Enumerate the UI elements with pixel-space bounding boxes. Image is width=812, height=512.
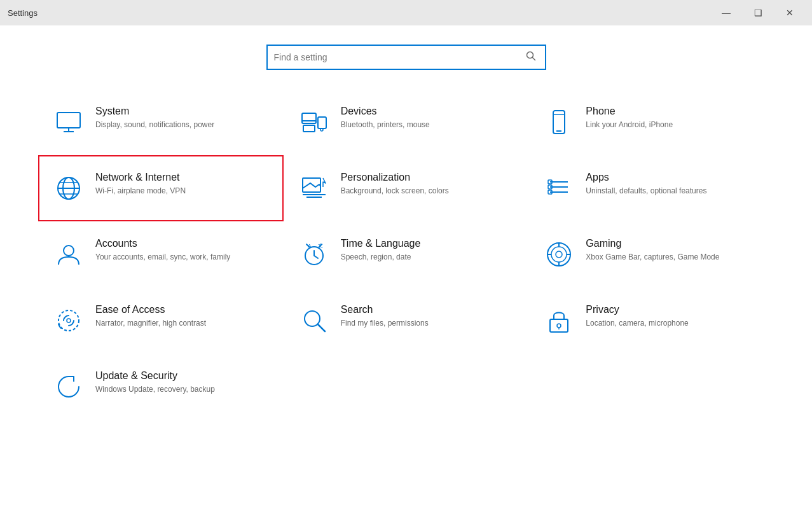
setting-desc-system: Display, sound, notifications, power bbox=[95, 120, 214, 130]
svg-point-41 bbox=[557, 324, 561, 328]
minimize-button[interactable]: — bbox=[712, 3, 741, 23]
setting-desc-personalization: Background, lock screen, colors bbox=[341, 186, 449, 197]
setting-item-search[interactable]: SearchFind my files, permissions bbox=[284, 287, 529, 354]
svg-line-39 bbox=[318, 324, 325, 331]
svg-point-27 bbox=[64, 246, 74, 256]
settings-window: Settings — ❑ ✕ SystemDisplay, sound, n bbox=[0, 0, 812, 512]
setting-item-phone[interactable]: PhoneLink your Android, iPhone bbox=[528, 89, 774, 155]
setting-title-ease: Ease of Access bbox=[95, 304, 206, 315]
search-icon bbox=[298, 304, 331, 337]
svg-line-1 bbox=[532, 58, 535, 60]
setting-desc-gaming: Xbox Game Bar, captures, Game Mode bbox=[586, 252, 719, 263]
setting-title-time: Time & Language bbox=[341, 238, 421, 249]
setting-title-personalization: Personalization bbox=[341, 172, 449, 183]
close-button[interactable]: ✕ bbox=[775, 3, 804, 23]
search-icon bbox=[526, 51, 536, 61]
setting-title-privacy: Privacy bbox=[586, 304, 688, 315]
personalization-icon bbox=[298, 172, 331, 205]
maximize-button[interactable]: ❑ bbox=[743, 3, 773, 23]
setting-title-devices: Devices bbox=[341, 106, 430, 117]
setting-desc-devices: Bluetooth, printers, mouse bbox=[341, 120, 430, 130]
svg-point-37 bbox=[67, 319, 71, 322]
network-icon bbox=[52, 172, 85, 205]
setting-item-accounts[interactable]: AccountsYour accounts, email, sync, work… bbox=[38, 221, 284, 287]
svg-rect-6 bbox=[318, 117, 326, 128]
gaming-icon bbox=[542, 238, 575, 271]
svg-rect-8 bbox=[303, 125, 315, 132]
setting-desc-phone: Link your Android, iPhone bbox=[586, 120, 673, 130]
setting-title-apps: Apps bbox=[586, 172, 706, 183]
setting-desc-time: Speech, region, date bbox=[341, 252, 421, 263]
search-container bbox=[38, 25, 774, 83]
title-bar: Settings — ❑ ✕ bbox=[0, 0, 812, 25]
system-icon bbox=[52, 106, 85, 139]
setting-title-search: Search bbox=[341, 304, 429, 315]
apps-icon bbox=[542, 172, 575, 205]
setting-title-phone: Phone bbox=[586, 106, 673, 117]
setting-desc-privacy: Location, camera, microphone bbox=[586, 318, 688, 329]
setting-item-ease[interactable]: Ease of AccessNarrator, magnifier, high … bbox=[38, 287, 284, 354]
update-icon bbox=[52, 370, 85, 403]
accounts-icon bbox=[52, 238, 85, 271]
setting-item-time[interactable]: A 文 Time & LanguageSpeech, region, date bbox=[284, 221, 529, 287]
search-icon-button[interactable] bbox=[523, 51, 539, 64]
setting-title-gaming: Gaming bbox=[586, 238, 719, 249]
svg-rect-5 bbox=[302, 113, 316, 123]
setting-item-system[interactable]: SystemDisplay, sound, notifications, pow… bbox=[38, 89, 284, 155]
setting-desc-search: Find my files, permissions bbox=[341, 318, 429, 329]
setting-item-privacy[interactable]: PrivacyLocation, camera, microphone bbox=[528, 287, 774, 354]
settings-grid: SystemDisplay, sound, notifications, pow… bbox=[38, 89, 774, 420]
setting-desc-accounts: Your accounts, email, sync, work, family bbox=[95, 252, 230, 263]
setting-desc-update: Windows Update, recovery, backup bbox=[95, 384, 215, 395]
setting-item-gaming[interactable]: GamingXbox Game Bar, captures, Game Mode bbox=[528, 221, 774, 287]
svg-line-30 bbox=[314, 256, 318, 258]
setting-item-network[interactable]: Network & InternetWi-Fi, airplane mode, … bbox=[38, 155, 284, 221]
setting-title-update: Update & Security bbox=[95, 370, 215, 382]
setting-title-network: Network & Internet bbox=[95, 172, 186, 183]
setting-item-apps[interactable]: AppsUninstall, defaults, optional featur… bbox=[528, 155, 774, 221]
svg-point-35 bbox=[556, 251, 562, 258]
setting-title-accounts: Accounts bbox=[95, 238, 230, 249]
setting-item-update[interactable]: Update & SecurityWindows Update, recover… bbox=[38, 354, 284, 420]
setting-desc-ease: Narrator, magnifier, high contrast bbox=[95, 318, 206, 329]
window-controls: — ❑ ✕ bbox=[712, 3, 804, 23]
setting-item-devices[interactable]: DevicesBluetooth, printers, mouse bbox=[284, 89, 529, 155]
svg-point-34 bbox=[551, 247, 567, 262]
svg-rect-2 bbox=[57, 113, 80, 128]
setting-desc-apps: Uninstall, defaults, optional features bbox=[586, 186, 706, 197]
svg-text:A: A bbox=[308, 243, 312, 249]
setting-title-system: System bbox=[95, 106, 214, 117]
setting-item-personalization[interactable]: PersonalizationBackground, lock screen, … bbox=[284, 155, 529, 221]
svg-point-36 bbox=[58, 310, 79, 331]
privacy-icon bbox=[542, 304, 575, 337]
ease-icon bbox=[52, 304, 85, 337]
search-bar[interactable] bbox=[266, 45, 546, 70]
window-title: Settings bbox=[8, 8, 38, 18]
time-icon: A 文 bbox=[298, 238, 331, 271]
search-input[interactable] bbox=[274, 52, 523, 62]
svg-rect-40 bbox=[550, 319, 568, 332]
devices-icon bbox=[298, 106, 331, 139]
setting-desc-network: Wi-Fi, airplane mode, VPN bbox=[95, 186, 186, 197]
content-area: SystemDisplay, sound, notifications, pow… bbox=[0, 25, 812, 512]
phone-icon bbox=[542, 106, 575, 139]
svg-text:文: 文 bbox=[318, 243, 323, 249]
svg-point-9 bbox=[320, 128, 323, 131]
